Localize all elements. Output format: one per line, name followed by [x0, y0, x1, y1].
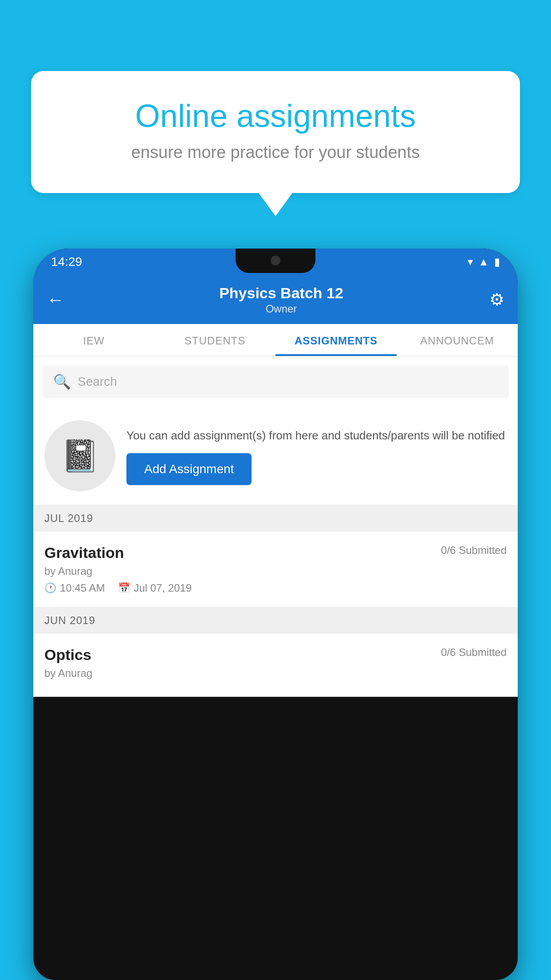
speech-bubble-container: Online assignments ensure more practice … [31, 71, 520, 193]
assignment-promo-text: You can add assignment(s) from here and … [126, 427, 507, 485]
status-bar-icons: ▾ ▲ ▮ [468, 256, 500, 268]
assignment-by: by Anurag [44, 565, 507, 577]
phone-frame: 14:29 ▾ ▲ ▮ ← Physics Batch 12 Owner ⚙ I… [33, 249, 518, 980]
wifi-icon: ▾ [468, 256, 473, 268]
assignment-promo-description: You can add assignment(s) from here and … [126, 427, 507, 444]
notebook-icon: 📓 [61, 438, 99, 474]
assignment-time: 🕐 10:45 AM [44, 582, 105, 594]
assignment-icon-circle: 📓 [44, 420, 115, 491]
tab-overview[interactable]: IEW [33, 324, 154, 356]
assignment-item-optics[interactable]: Optics 0/6 Submitted by Anurag [33, 634, 518, 697]
search-bar[interactable]: 🔍 Search [42, 365, 509, 398]
tab-students[interactable]: STUDENTS [154, 324, 276, 356]
tab-assignments[interactable]: ASSIGNMENTS [276, 324, 397, 356]
assignment-date: 📅 Jul 07, 2019 [118, 582, 192, 594]
search-icon: 🔍 [53, 373, 71, 390]
assignment-title: Gravitation [44, 544, 124, 561]
assignment-submitted-optics: 0/6 Submitted [441, 646, 507, 659]
speech-bubble-title: Online assignments [62, 98, 489, 134]
assignment-submitted: 0/6 Submitted [441, 544, 507, 557]
assignment-by-optics: by Anurag [44, 667, 507, 680]
assignment-item-header: Gravitation 0/6 Submitted [44, 544, 507, 561]
calendar-icon: 📅 [118, 582, 130, 594]
back-button[interactable]: ← [47, 290, 64, 310]
add-assignment-promo: 📓 You can add assignment(s) from here an… [33, 407, 518, 505]
tab-announcements[interactable]: ANNOUNCEM [397, 324, 518, 356]
assignment-time-value: 10:45 AM [60, 582, 105, 594]
assignment-title-optics: Optics [44, 646, 91, 664]
add-assignment-button[interactable]: Add Assignment [126, 453, 252, 485]
month-separator-jul: JUL 2019 [33, 505, 518, 532]
app-bar-title-container: Physics Batch 12 Owner [73, 285, 489, 315]
clock-icon: 🕐 [44, 582, 56, 594]
phone-content: 🔍 Search 📓 You can add assignment(s) fro… [33, 356, 518, 697]
status-bar-time: 14:29 [51, 255, 82, 269]
front-camera [271, 256, 280, 265]
notch [236, 249, 315, 273]
app-bar: ← Physics Batch 12 Owner ⚙ [33, 275, 518, 324]
search-input[interactable]: Search [78, 375, 117, 389]
signal-icon: ▲ [478, 256, 489, 268]
settings-button[interactable]: ⚙ [489, 290, 504, 309]
app-bar-title: Physics Batch 12 [73, 285, 489, 302]
tabs-container: IEW STUDENTS ASSIGNMENTS ANNOUNCEM [33, 324, 518, 356]
search-container: 🔍 Search [33, 356, 518, 407]
assignment-meta: 🕐 10:45 AM 📅 Jul 07, 2019 [44, 582, 507, 594]
speech-bubble-subtitle: ensure more practice for your students [62, 143, 489, 162]
month-separator-jun: JUN 2019 [33, 607, 518, 634]
app-bar-subtitle: Owner [73, 303, 489, 315]
assignment-item-gravitation[interactable]: Gravitation 0/6 Submitted by Anurag 🕐 10… [33, 532, 518, 607]
assignment-item-header-optics: Optics 0/6 Submitted [44, 646, 507, 664]
speech-bubble: Online assignments ensure more practice … [31, 71, 520, 193]
assignment-date-value: Jul 07, 2019 [134, 582, 192, 594]
battery-icon: ▮ [494, 256, 500, 268]
